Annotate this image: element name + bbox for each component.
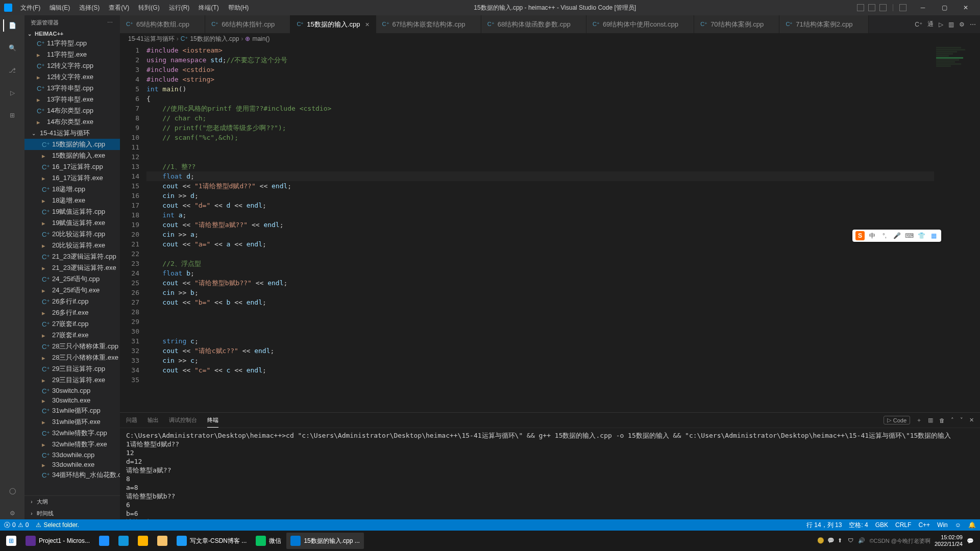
problems-status[interactable]: ⓧ 0 ⚠ 0 [4, 521, 29, 530]
file-item[interactable]: C⁺26多行if.cpp [24, 296, 120, 307]
file-item[interactable]: C⁺30switch.cpp [24, 386, 120, 395]
notification-center-icon[interactable]: 💬 [967, 538, 974, 544]
file-item[interactable]: ▸13字符串型.exe [24, 94, 120, 105]
panel-tab[interactable]: 调试控制台 [169, 413, 197, 427]
file-item[interactable]: C⁺29三目运算符.cpp [24, 363, 120, 374]
file-item[interactable]: C⁺21_23逻辑运算符.cpp [24, 251, 120, 262]
sogou-logo-icon[interactable]: S [855, 231, 865, 240]
layout-icon[interactable] [868, 4, 875, 11]
file-item[interactable]: ▸32while猜数字.exe [24, 439, 120, 450]
file-item[interactable]: C⁺15数据的输入.cpp [24, 139, 120, 150]
start-button[interactable]: ⊞ [2, 533, 20, 549]
encoding-status[interactable]: GBK [875, 521, 888, 530]
taskbar-item[interactable] [95, 533, 113, 549]
minimap[interactable] [934, 44, 980, 412]
file-item[interactable]: ▸24_25if语句.exe [24, 285, 120, 296]
settings-gear-icon[interactable]: ⚙ [6, 507, 18, 519]
close-button[interactable]: ✕ [955, 1, 976, 15]
panel-tab[interactable]: 终端 [207, 413, 218, 428]
editor-tab[interactable]: C⁺65结构体数组.cpp× [120, 15, 205, 33]
file-item[interactable]: C⁺13字符串型.cpp [24, 83, 120, 94]
tray-icon[interactable]: 🟡 [817, 537, 824, 544]
layout-icon[interactable] [857, 4, 864, 11]
terminal-profile[interactable]: ▷ Code [884, 416, 910, 424]
editor-tab[interactable]: C⁺67结构体嵌套结构体.cpp× [376, 15, 481, 33]
notifications-icon[interactable]: 🔔 [968, 521, 976, 530]
file-item[interactable]: ▸28三只小猪称体重.exe [24, 352, 120, 363]
file-item[interactable]: C⁺31while循环.cpp [24, 405, 120, 416]
menu-item[interactable]: 文件(F) [16, 2, 44, 14]
file-item[interactable]: ▸15数据的输入.exe [24, 150, 120, 161]
file-item[interactable]: C⁺12转义字符.cpp [24, 60, 120, 71]
split-editor-icon[interactable]: ▥ [948, 21, 954, 28]
terminal-output[interactable]: C:\Users\Administrator\Desktop\heimac++>… [120, 428, 980, 519]
menu-item[interactable]: 终端(T) [194, 2, 223, 14]
file-item[interactable]: C⁺19赋值运算符.cpp [24, 206, 120, 217]
close-panel-icon[interactable]: ✕ [969, 417, 974, 423]
layout-controls[interactable] [857, 4, 906, 11]
file-item[interactable]: ▸30switch.exe [24, 395, 120, 405]
clock[interactable]: 15:02:092022/11/24 [935, 534, 963, 547]
maximize-button[interactable]: ▢ [934, 1, 954, 15]
file-item[interactable]: C⁺28三只小猪称体重.cpp [24, 341, 120, 352]
file-item[interactable]: ▸26多行if.exe [24, 307, 120, 318]
feedback-icon[interactable]: ☺ [955, 521, 961, 530]
ime-skin-icon[interactable]: 👕 [917, 231, 926, 240]
code-editor[interactable]: #include <iostream>using namespace std;/… [146, 44, 934, 412]
ime-toolbox-icon[interactable]: ▦ [929, 231, 938, 240]
file-item[interactable]: C⁺32while猜数字.cpp [24, 428, 120, 439]
ime-mic-icon[interactable]: 🎤 [892, 231, 901, 240]
taskbar-item[interactable]: 微信 [252, 533, 285, 549]
editor-tab[interactable]: C⁺15数据的输入.cpp× [290, 15, 376, 33]
tray-icon[interactable]: 💬 [827, 537, 835, 544]
file-item[interactable]: ▸12转义字符.exe [24, 71, 120, 83]
menu-item[interactable]: 运行(R) [165, 2, 194, 14]
chevron-up-icon[interactable]: ˄ [951, 417, 954, 423]
extensions-icon[interactable]: ⊞ [6, 109, 18, 121]
run-debug-icon[interactable]: ▷ [6, 87, 18, 99]
file-item[interactable]: ▸18递增.exe [24, 195, 120, 206]
timeline-section[interactable]: ›时间线 [24, 508, 120, 519]
run-icon[interactable]: ▷ [939, 21, 943, 28]
taskbar-item[interactable]: 写文章-CSDN博客 ... [173, 533, 251, 549]
file-item[interactable]: C⁺27嵌套if.cpp [24, 318, 120, 330]
taskbar-item[interactable]: Project1 - Micros... [21, 533, 94, 549]
file-item[interactable]: ▸21_23逻辑运算符.exe [24, 262, 120, 273]
indent-status[interactable]: 空格: 4 [849, 521, 868, 530]
chevron-down-icon[interactable]: ˅ [960, 417, 963, 423]
file-item[interactable]: ▸29三目运算符.exe [24, 374, 120, 386]
file-item[interactable]: C⁺24_25if语句.cpp [24, 273, 120, 285]
source-control-icon[interactable]: ⎇ [6, 64, 18, 77]
file-item[interactable]: C⁺14布尔类型.cpp [24, 105, 120, 116]
taskbar-item[interactable] [114, 533, 133, 549]
file-item[interactable]: ▸20比较运算符.exe [24, 240, 120, 251]
panel-tab[interactable]: 问题 [126, 413, 137, 427]
breadcrumb[interactable]: 15-41运算与循环› C⁺15数据的输入.cpp› ⊕main() [120, 33, 980, 44]
gear-icon[interactable]: ⚙ [959, 21, 965, 28]
folder-item[interactable]: ⌄15-41运算与循环 [24, 128, 120, 139]
split-terminal-icon[interactable]: ▥ [928, 417, 933, 423]
file-item[interactable]: C⁺11字符型.cpp [24, 38, 120, 49]
folder-hint[interactable]: ⚠ Select folder. [36, 521, 79, 529]
new-terminal-icon[interactable]: ＋ [916, 416, 922, 424]
trash-icon[interactable]: 🗑 [939, 417, 945, 423]
editor-tab[interactable]: C⁺66结构体指针.cpp× [205, 15, 290, 33]
tray-icon[interactable]: 🛡 [848, 537, 855, 544]
layout-icon[interactable] [899, 4, 906, 11]
file-item[interactable]: C⁺33dowhile.cpp [24, 450, 120, 460]
editor-tab[interactable]: C⁺70结构体案例.cpp× [694, 15, 779, 33]
ime-punct-icon[interactable]: °, [880, 231, 889, 240]
menu-item[interactable]: 帮助(H) [224, 2, 253, 14]
explorer-icon[interactable]: 📄 [3, 19, 15, 32]
os-status[interactable]: Win [937, 521, 948, 530]
editor-tab[interactable]: C⁺71结构体案例2.cpp× [779, 15, 868, 33]
file-item[interactable]: ▸14布尔类型.exe [24, 116, 120, 128]
file-item[interactable]: C⁺16_17运算符.cpp [24, 161, 120, 172]
layout-icon[interactable] [879, 4, 887, 11]
file-item[interactable]: ▸33dowhile.exe [24, 460, 120, 469]
menu-item[interactable]: 选择(S) [75, 2, 104, 14]
eol-status[interactable]: CRLF [895, 521, 911, 530]
tray-icon[interactable]: ⬆ [838, 537, 845, 544]
file-item[interactable]: C⁺18递增.cpp [24, 184, 120, 195]
language-mode[interactable]: C++ [918, 521, 930, 530]
